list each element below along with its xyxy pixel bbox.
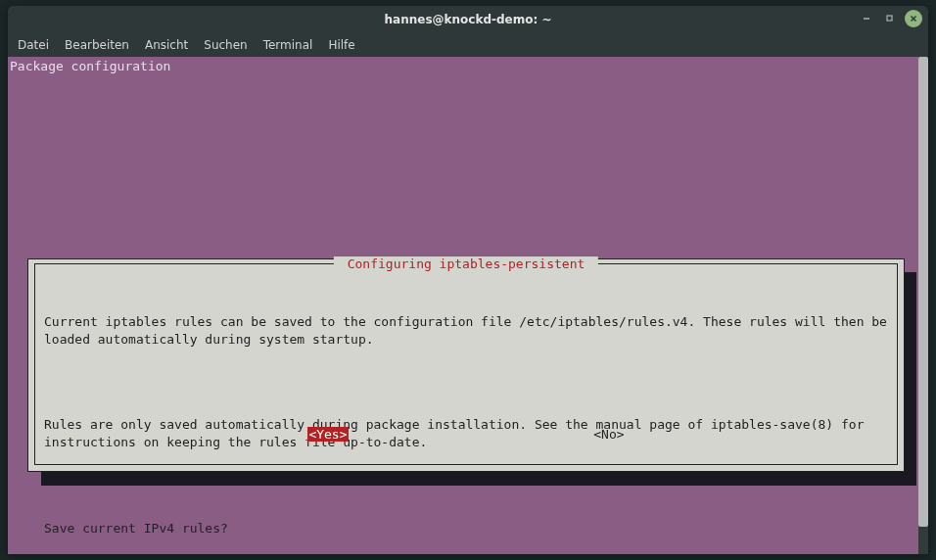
debconf-dialog: Configuring iptables-persistent Current … (27, 258, 905, 472)
dialog-body: Current iptables rules can be saved to t… (44, 279, 888, 554)
scrollbar-thumb[interactable] (918, 57, 928, 527)
menu-file[interactable]: Datei (18, 38, 49, 52)
menu-view[interactable]: Ansicht (145, 38, 188, 52)
maximize-button[interactable] (881, 10, 899, 27)
window-controls (858, 10, 922, 27)
no-button[interactable]: <No> (593, 427, 624, 442)
menu-terminal[interactable]: Terminal (263, 38, 313, 52)
package-config-header: Package configuration (10, 59, 170, 73)
menu-edit[interactable]: Bearbeiten (65, 38, 129, 52)
yes-button[interactable]: <Yes> (307, 427, 348, 442)
window-title: hannes@knockd-demo: ~ (385, 13, 552, 26)
terminal-area[interactable]: Package configuration Configuring iptabl… (8, 57, 928, 554)
minimize-button[interactable] (858, 10, 875, 27)
svg-rect-1 (887, 16, 892, 21)
terminal-window: hannes@knockd-demo: ~ Datei Bearbeiten A… (8, 6, 928, 554)
dialog-question: Save current IPv4 rules? (44, 520, 888, 537)
menu-search[interactable]: Suchen (204, 38, 247, 52)
titlebar[interactable]: hannes@knockd-demo: ~ (8, 6, 928, 33)
scrollbar-track[interactable] (918, 57, 928, 554)
dialog-para1: Current iptables rules can be saved to t… (44, 313, 888, 348)
dialog-title: Configuring iptables-persistent (334, 257, 598, 271)
menubar: Datei Bearbeiten Ansicht Suchen Terminal… (8, 33, 928, 57)
close-button[interactable] (905, 10, 922, 27)
dialog-buttons: <Yes> <No> (28, 427, 904, 442)
menu-help[interactable]: Hilfe (328, 38, 354, 52)
